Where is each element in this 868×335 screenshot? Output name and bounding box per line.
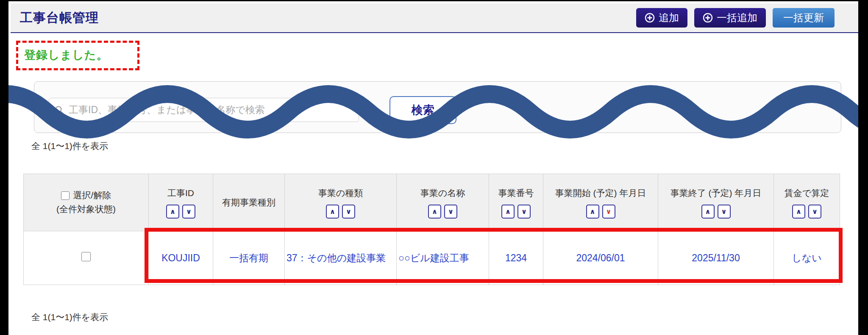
table-row: KOUJIID 一括有期 37：その他の建設事業 ○○ビル建設工事 1234 2… — [24, 231, 840, 285]
column-koji-id: 工事ID ∧ ∨ — [149, 174, 213, 231]
success-message: 登録しました。 — [24, 49, 108, 61]
success-message-annotation: 登録しました。 — [16, 41, 139, 70]
sort-asc-button[interactable]: ∧ — [166, 205, 179, 219]
search-input-wrap — [49, 98, 359, 122]
construction-table: 選択/解除 (全件対象状態) 工事ID ∧ ∨ 有期事業種別 事業の種類 — [23, 174, 840, 285]
search-panel: 検索 — [34, 81, 841, 133]
column-wage-based: 賃金で算定 ∧ ∨ — [774, 174, 840, 231]
sort-asc-button[interactable]: ∧ — [701, 205, 715, 219]
search-icon — [54, 105, 64, 115]
column-label: 事業終了 (予定) 年月日 — [660, 186, 772, 200]
cell-koji-id[interactable]: KOUJIID — [149, 231, 213, 285]
sort-asc-button[interactable]: ∧ — [501, 205, 515, 219]
bulk-update-button[interactable]: 一括更新 — [773, 8, 835, 28]
sort-desc-button[interactable]: ∨ — [444, 205, 457, 219]
column-business-kind: 事業の種類 ∧ ∨ — [285, 174, 397, 231]
sort-desc-button[interactable]: ∨ — [718, 205, 731, 219]
sort-asc-button[interactable]: ∧ — [428, 205, 441, 219]
sort-desc-button[interactable]: ∨ — [808, 205, 821, 219]
result-count-top: 全 1(1〜1)件を表示 — [31, 140, 108, 152]
bulk-update-button-label: 一括更新 — [783, 11, 824, 25]
column-select: 選択/解除 (全件対象状態) — [24, 174, 149, 231]
header-bar: 工事台帳管理 追加 一括追加 一括更新 — [11, 3, 858, 33]
select-all-label: 選択/解除 — [73, 188, 111, 202]
sort-asc-button[interactable]: ∧ — [792, 205, 805, 219]
screenshot-left-border — [0, 0, 8, 335]
table-header-row: 選択/解除 (全件対象状態) 工事ID ∧ ∨ 有期事業種別 事業の種類 — [24, 174, 840, 231]
bulk-add-button[interactable]: 一括追加 — [694, 8, 766, 28]
column-end-date: 事業終了 (予定) 年月日 ∧ ∨ — [658, 174, 774, 231]
screenshot-top-border — [0, 0, 868, 1]
row-checkbox[interactable] — [81, 252, 91, 261]
bulk-add-button-label: 一括追加 — [717, 11, 757, 25]
screenshot-right-border — [858, 0, 868, 335]
column-label: 賃金で算定 — [776, 186, 838, 200]
add-button[interactable]: 追加 — [636, 8, 687, 28]
column-start-date: 事業開始 (予定) 年月日 ∧ ∨ — [543, 174, 658, 231]
sort-asc-button[interactable]: ∧ — [586, 205, 599, 219]
row-select-cell — [24, 231, 149, 285]
construction-ledger-screen: 工事台帳管理 追加 一括追加 一括更新 — [0, 0, 868, 335]
sort-desc-button-active[interactable]: ∨ — [602, 205, 615, 219]
cell-fixed-term-type: 一括有期 — [213, 231, 285, 285]
column-label: 事業番号 — [491, 186, 541, 200]
sort-desc-button[interactable]: ∨ — [517, 205, 531, 219]
page-title: 工事台帳管理 — [20, 9, 99, 27]
header-actions: 追加 一括追加 一括更新 — [636, 8, 835, 28]
search-input[interactable] — [69, 104, 353, 116]
cell-wage-based: しない — [774, 231, 840, 285]
column-label: 事業の種類 — [287, 186, 395, 200]
select-all-sublabel: (全件対象状態) — [25, 202, 147, 216]
plus-circle-icon — [703, 13, 713, 23]
sort-desc-button[interactable]: ∨ — [342, 205, 355, 219]
cell-start-date: 2024/06/01 — [543, 231, 658, 285]
search-button[interactable]: 検索 — [389, 96, 456, 124]
column-label: 事業開始 (予定) 年月日 — [545, 186, 656, 200]
column-business-name: 事業の名称 ∧ ∨ — [397, 174, 489, 231]
select-all-checkbox[interactable] — [61, 191, 70, 200]
column-business-number: 事業番号 ∧ ∨ — [489, 174, 543, 231]
column-label: 有期事業種別 — [215, 196, 283, 210]
add-button-label: 追加 — [659, 11, 679, 25]
plus-circle-icon — [645, 13, 655, 23]
column-fixed-term-type: 有期事業種別 — [213, 174, 285, 231]
cell-business-number: 1234 — [489, 231, 543, 285]
sort-asc-button[interactable]: ∧ — [326, 205, 339, 219]
result-count-bottom: 全 1(1〜1)件を表示 — [31, 311, 108, 323]
column-label: 工事ID — [150, 186, 211, 200]
sort-desc-button[interactable]: ∨ — [182, 205, 195, 219]
cell-end-date: 2025/11/30 — [658, 231, 774, 285]
column-label: 事業の名称 — [398, 186, 487, 200]
cell-business-name: ○○ビル建設工事 — [397, 231, 489, 285]
cell-business-kind: 37：その他の建設事業 — [285, 231, 397, 285]
